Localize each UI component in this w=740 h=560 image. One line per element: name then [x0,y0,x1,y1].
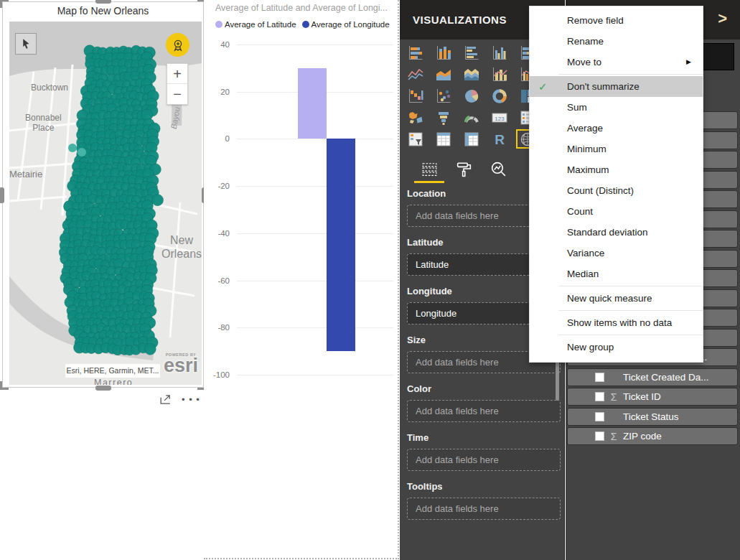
field-row-ticket-status[interactable]: Ticket Status [567,408,738,426]
field-checkbox[interactable] [595,412,604,421]
sigma-icon: Σ [604,431,623,442]
map-label-new-orleans-1: New [170,234,193,247]
zoom-in-button[interactable]: + [167,64,187,84]
donut-chart-icon[interactable] [488,86,511,106]
map-zoom-control: + − [167,63,188,105]
gridline [237,375,393,375]
chart-legend: Average of Latitude Average of Longitude [215,20,390,29]
menu-item-count[interactable]: Count [530,201,703,222]
field-checkbox[interactable] [595,392,604,401]
focus-mode-icon[interactable] [159,393,172,406]
gridline [237,139,393,139]
well-dropzone-time[interactable]: Add data fields here [407,449,561,471]
arcgis-badge-button[interactable] [166,33,189,57]
map-label-marrero: Marrero [94,378,133,385]
zoom-out-button[interactable]: − [167,84,187,104]
slicer-icon[interactable] [404,129,427,149]
menu-item-don-t-summarize[interactable]: Don't summarize✓ [530,76,703,97]
field-checkbox[interactable] [595,431,604,441]
menu-separator [558,310,703,311]
well-label-tooltips: Tooltips [407,481,561,492]
y-axis-tick: 40 [204,40,230,49]
bar-chart-visual[interactable]: Average of Latitude and Average of Longi… [204,0,399,559]
legend-label: Average of Longitude [312,20,390,29]
tab-format[interactable] [451,157,476,181]
y-axis-tick: -80 [204,323,230,332]
menu-item-median[interactable]: Median [530,263,703,284]
y-axis-tick: -60 [204,276,230,285]
well-dropzone-tooltips[interactable]: Add data fields here [407,498,561,520]
area-chart-icon[interactable] [432,65,455,84]
map-visual[interactable]: Map fo New Orleans Bucktown Bonnabel Pla… [2,1,204,388]
analytics-tab-icon [490,160,507,178]
menu-item-maximum[interactable]: Maximum [530,159,703,180]
clustered-column-chart-icon[interactable] [488,43,511,62]
scrollbar-thumb[interactable] [556,359,559,401]
menu-item-new-group[interactable]: New group [530,337,703,358]
svg-text:123: 123 [495,115,505,121]
bar-0[interactable] [298,68,327,139]
field-row-ticket-created-da-[interactable]: Ticket Created Da... [567,368,738,386]
menu-item-sum[interactable]: Sum [530,97,703,118]
stacked-bar-chart-icon[interactable] [404,43,427,62]
gauge-icon[interactable] [460,108,483,127]
menu-separator [558,335,703,335]
waterfall-chart-icon[interactable] [404,86,427,106]
bar-1[interactable] [327,139,355,351]
menu-item-standard-deviation[interactable]: Standard deviation [530,222,703,243]
resize-handle-w[interactable] [0,187,4,203]
field-label: Ticket ID [623,391,661,402]
map-select-tool-button[interactable] [15,33,37,55]
map-label-new-orleans-2: Orleans [161,248,202,261]
field-row-zip-code[interactable]: Σ ZIP code [567,427,738,445]
pie-chart-icon[interactable] [460,86,483,106]
format-tab-icon [455,160,473,178]
field-checkbox[interactable] [595,373,604,382]
tab-analytics[interactable] [486,157,510,181]
menu-separator [558,286,703,286]
matrix-icon[interactable] [460,129,483,149]
resize-handle-s[interactable] [95,386,111,391]
menu-item-average[interactable]: Average [530,118,703,139]
stacked-column-chart-icon[interactable] [432,43,455,62]
clustered-bar-chart-icon[interactable] [460,43,483,62]
legend-item: Average of Latitude [215,20,296,29]
resize-handle-n[interactable] [95,0,111,4]
fields-tab-icon [421,160,439,178]
stacked-area-chart-icon[interactable] [460,65,483,84]
chart-title: Average of Latitude and Average of Longi… [215,3,393,13]
table-icon[interactable] [432,129,455,149]
medal-plus-icon [171,38,185,52]
field-row-ticket-id[interactable]: Σ Ticket ID [567,388,738,406]
menu-item-count-distinct-[interactable]: Count (Distinct) [530,180,703,201]
resize-handle-sw[interactable] [0,381,9,390]
y-axis-tick: -20 [204,182,230,190]
y-axis-tick: -40 [204,229,230,238]
menu-item-move-to[interactable]: Move to▶ [530,52,703,73]
esri-logo-text: esri [160,357,202,374]
line-chart-icon[interactable] [404,65,427,84]
filled-map-icon[interactable] [404,108,427,127]
scatter-chart-icon[interactable] [432,86,455,106]
menu-item-rename[interactable]: Rename [530,31,703,52]
field-context-menu: Remove fieldRenameMove to▶Don't summariz… [529,6,703,363]
collapse-panel-icon[interactable]: > [718,9,727,28]
menu-item-variance[interactable]: Variance [530,243,703,263]
tab-fields[interactable] [417,157,441,181]
menu-item-show-items-with-no-data[interactable]: Show items with no data [530,312,703,333]
menu-item-remove-field[interactable]: Remove field [530,10,703,31]
card-icon[interactable]: 123 [488,108,511,127]
menu-item-minimum[interactable]: Minimum [530,139,703,159]
svg-text:R: R [495,132,505,147]
map-canvas[interactable]: Bucktown Bonnabel Place Metairie New Orl… [9,22,202,385]
well-label-color: Color [407,383,561,394]
gridline [237,327,393,328]
resize-handle-nw[interactable] [0,0,9,8]
more-options-icon[interactable]: • • • [182,394,200,405]
r-script-icon[interactable]: R [488,129,511,149]
well-dropzone-color[interactable]: Add data fields here [407,400,561,422]
menu-item-new-quick-measure[interactable]: New quick measure [530,288,703,309]
funnel-chart-icon[interactable] [432,108,455,127]
line-stacked-column-chart-icon[interactable] [488,65,511,84]
submenu-arrow-icon: ▶ [686,52,691,73]
